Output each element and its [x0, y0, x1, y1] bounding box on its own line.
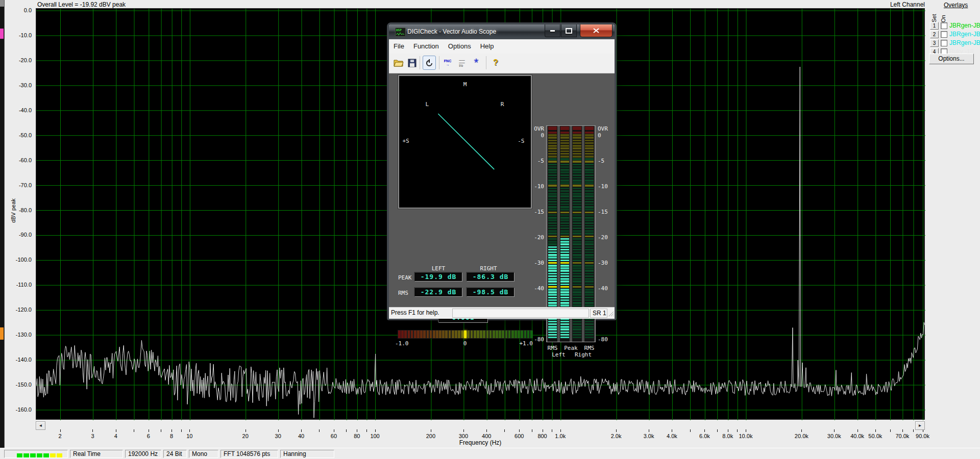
meter-segment	[573, 174, 581, 176]
screen-edge-strip	[0, 0, 5, 448]
meter-segment	[573, 241, 581, 243]
maximize-button[interactable]	[561, 24, 577, 37]
meter-segment	[548, 190, 557, 192]
meter-segment	[560, 254, 569, 256]
meter-segment	[585, 145, 594, 147]
x-axis-minor-tick	[737, 429, 738, 432]
help-icon[interactable]: ?	[490, 57, 501, 69]
level-block	[43, 453, 49, 458]
x-axis-label: 20.0k	[795, 433, 808, 439]
x-axis-tick	[463, 429, 464, 432]
meter-segment	[560, 185, 569, 187]
meter-segment	[573, 188, 581, 190]
meter-segment	[573, 177, 581, 179]
meter-segment	[560, 246, 569, 248]
meter-scale-label: -20	[598, 234, 608, 241]
meter-scale-label: -5	[598, 158, 604, 164]
level-block	[30, 453, 36, 458]
meter-segment	[585, 328, 594, 330]
correlation-segment	[483, 330, 485, 338]
meter-segment	[585, 182, 594, 184]
save-icon[interactable]	[406, 57, 418, 69]
open-file-icon[interactable]	[393, 57, 404, 69]
meter-type-label: RMS	[548, 345, 558, 351]
meter-segment	[560, 164, 569, 166]
meter-segment	[573, 134, 581, 136]
close-button[interactable]	[580, 24, 612, 37]
correlation-segment	[430, 330, 432, 338]
meter-segment	[560, 262, 569, 264]
x-axis-label: 30.0k	[827, 433, 841, 439]
correlation-segment	[404, 330, 407, 338]
meter-segment	[560, 195, 569, 197]
overlay-on-checkbox-1[interactable]	[941, 22, 947, 29]
meter-segment	[573, 249, 581, 251]
meter-segment	[560, 294, 569, 296]
menu-function[interactable]: Function	[409, 39, 444, 54]
meter-segment	[560, 209, 569, 211]
x-axis-tick	[357, 429, 357, 432]
meter-segment	[560, 193, 569, 195]
meter-segment	[585, 147, 594, 149]
x-axis-label: 3.0k	[644, 433, 654, 439]
settings-icon[interactable]: *	[471, 57, 482, 69]
meter-segment	[585, 233, 594, 235]
io-list-icon[interactable]: ────I/o	[456, 57, 468, 69]
options-button[interactable]: Options...	[929, 54, 974, 64]
scroll-right-button[interactable]: ►	[915, 421, 925, 430]
correlation-scale-mid: 0	[463, 340, 467, 347]
meter-segment	[548, 332, 557, 334]
power-icon[interactable]	[423, 56, 436, 70]
minimize-button[interactable]	[545, 24, 560, 37]
meter-segment	[585, 275, 594, 277]
digicheck-window: DSP DIGICheck - Vector Audio Scope FileF…	[387, 22, 617, 320]
level-block	[37, 453, 42, 458]
toolbar-separator	[486, 56, 486, 69]
meter-segment	[548, 201, 557, 203]
titlebar[interactable]: DSP DIGICheck - Vector Audio Scope	[389, 24, 615, 39]
menu-file[interactable]: File	[389, 39, 409, 54]
x-axis-tick	[801, 429, 802, 432]
x-axis-tick	[92, 429, 93, 432]
meter-segment	[548, 273, 557, 275]
correlation-segment	[455, 330, 457, 338]
overlay-set-button-3[interactable]: 3	[930, 39, 939, 47]
meter-segment	[560, 150, 569, 152]
x-axis-tick	[672, 429, 672, 432]
meter-segment	[560, 134, 569, 136]
status-cell: Mono	[189, 450, 218, 458]
meter-scale-label: -30	[527, 260, 544, 266]
function-select-icon[interactable]: FNC→	[442, 57, 453, 69]
meter-segment	[548, 299, 557, 301]
overlay-on-checkbox-3[interactable]	[941, 40, 947, 46]
menu-help[interactable]: Help	[476, 39, 499, 54]
meter-segment	[585, 230, 594, 232]
correlation-segment	[423, 330, 426, 338]
correlation-segment	[464, 330, 467, 338]
x-axis-label: 40.0k	[850, 433, 864, 439]
status-sr-box: SR 1	[590, 309, 607, 318]
meter-segment	[548, 185, 557, 187]
correlation-segment	[417, 330, 420, 338]
x-axis-minor-tick	[890, 429, 891, 432]
meter-segment	[573, 156, 581, 158]
meter-segment	[560, 236, 569, 238]
meter-segment	[548, 304, 557, 307]
meter-segment	[560, 273, 569, 275]
menu-options[interactable]: Options	[444, 39, 476, 54]
meter-segment	[548, 278, 557, 280]
scroll-left-button[interactable]: ◄	[36, 421, 45, 430]
overlay-set-button-1[interactable]: 1	[930, 22, 939, 30]
x-axis-label: 3	[91, 433, 94, 439]
y-axis-label: -110.0	[14, 282, 32, 288]
overlay-on-checkbox-2[interactable]	[941, 31, 947, 38]
resize-grip[interactable]	[608, 311, 614, 317]
x-axis-label: 100	[370, 433, 379, 439]
meter-segment	[585, 156, 594, 158]
meter-segment	[585, 185, 594, 187]
x-axis-tick	[704, 429, 705, 432]
x-axis-label: 400	[482, 433, 491, 439]
meter-segment	[560, 257, 569, 259]
overlay-set-button-2[interactable]: 2	[930, 31, 939, 38]
meter-segment	[548, 177, 557, 179]
